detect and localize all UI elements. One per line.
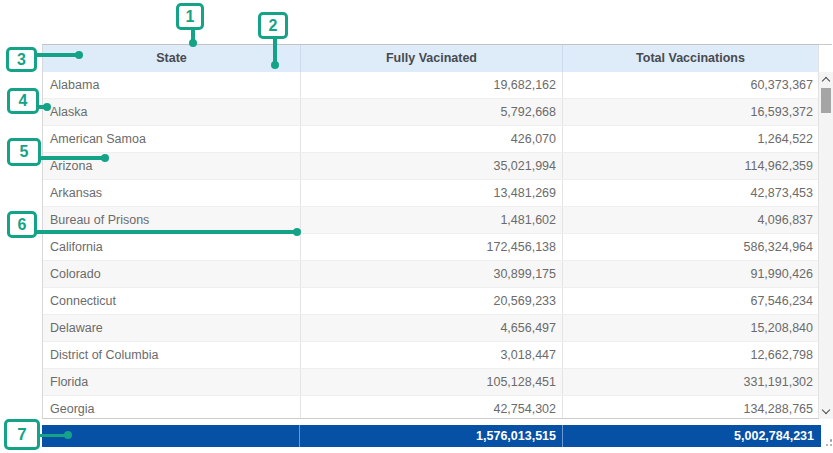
cell-total-vaccinations: 134,288,765: [563, 396, 818, 419]
table-row[interactable]: Florida105,128,451331,191,302: [43, 369, 818, 396]
callout-7-marker: 7: [4, 419, 40, 450]
cell-fully-vacinated: 30,899,175: [301, 261, 563, 287]
resize-grip-icon[interactable]: [830, 444, 833, 447]
callout-5-marker: 5: [7, 138, 41, 166]
callout-1-marker: 1: [176, 3, 204, 30]
callout-3-connector: [35, 53, 78, 57]
scroll-down-button[interactable]: [819, 404, 833, 419]
callout-6-number: 6: [18, 216, 27, 234]
cell-fully-vacinated: 1,481,602: [301, 207, 563, 233]
cell-total-vaccinations: 331,191,302: [563, 369, 818, 395]
vertical-scrollbar[interactable]: [819, 72, 833, 419]
cell-total-vaccinations: 114,962,359: [563, 153, 818, 179]
cell-state: Delaware: [43, 315, 301, 341]
cell-total-vaccinations: 67,546,234: [563, 288, 818, 314]
cell-fully-vacinated: 105,128,451: [301, 369, 563, 395]
cell-total-vaccinations: 586,324,964: [563, 234, 818, 260]
chevron-up-icon: [821, 76, 829, 84]
cell-total-vaccinations: 16,593,372: [563, 99, 818, 125]
callout-2-number: 2: [269, 17, 278, 35]
cell-state: Connecticut: [43, 288, 301, 314]
callout-2-marker: 2: [258, 12, 288, 39]
scroll-up-button[interactable]: [819, 72, 833, 87]
cell-total-vaccinations: 1,264,522: [563, 126, 818, 152]
table-row[interactable]: Colorado30,899,17591,990,426: [43, 261, 818, 288]
callout-6-marker: 6: [7, 211, 37, 238]
cell-fully-vacinated: 20,569,233: [301, 288, 563, 314]
callout-4-dot: [43, 103, 51, 111]
column-header-total-vaccinations[interactable]: Total Vaccinations: [563, 45, 818, 72]
callout-6-dot: [293, 228, 301, 236]
summary-cell-state: [42, 425, 300, 447]
cell-total-vaccinations: 60,373,367: [563, 72, 818, 98]
callout-3-marker: 3: [6, 47, 37, 72]
cell-state: District of Columbia: [43, 342, 301, 368]
cell-state: Alabama: [43, 72, 301, 98]
table-row[interactable]: Connecticut20,569,23367,546,234: [43, 288, 818, 315]
cell-total-vaccinations: 12,662,798: [563, 342, 818, 368]
callout-3-number: 3: [17, 51, 26, 69]
cell-fully-vacinated: 5,792,668: [301, 99, 563, 125]
cell-state: Arkansas: [43, 180, 301, 206]
summary-cell-total-vaccinations: 5,002,784,231: [563, 425, 819, 447]
table-widget-screenshot: State Fully Vacinated Total Vaccinations…: [0, 0, 833, 453]
callout-5-number: 5: [20, 143, 29, 161]
cell-fully-vacinated: 172,456,138: [301, 234, 563, 260]
table-row[interactable]: Arkansas13,481,26942,873,453: [43, 180, 818, 207]
summary-cell-fully-vacinated: 1,576,013,515: [300, 425, 563, 447]
table-body[interactable]: Alabama19,682,16260,373,367Alaska5,792,6…: [43, 72, 818, 419]
table-row[interactable]: Delaware4,656,49715,208,840: [43, 315, 818, 342]
callout-3-dot: [75, 51, 83, 59]
table-row[interactable]: Arizona35,021,994114,962,359: [43, 153, 818, 180]
table-header-row: State Fully Vacinated Total Vaccinations: [43, 45, 818, 72]
cell-state: Bureau of Prisons: [43, 207, 301, 233]
cell-fully-vacinated: 13,481,269: [301, 180, 563, 206]
cell-fully-vacinated: 4,656,497: [301, 315, 563, 341]
column-header-fully-vacinated[interactable]: Fully Vacinated: [301, 45, 563, 72]
scrollbar-thumb[interactable]: [821, 88, 832, 113]
table-row[interactable]: Alaska5,792,66816,593,372: [43, 99, 818, 126]
cell-state: American Samoa: [43, 126, 301, 152]
resize-grip-icon[interactable]: [826, 444, 829, 447]
cell-total-vaccinations: 91,990,426: [563, 261, 818, 287]
column-header-state[interactable]: State: [43, 45, 301, 72]
cell-total-vaccinations: 42,873,453: [563, 180, 818, 206]
callout-7-number: 7: [17, 425, 26, 445]
callout-5-connector: [39, 156, 105, 160]
chevron-down-icon: [821, 406, 829, 414]
callout-4-number: 4: [19, 92, 28, 110]
table-row[interactable]: Alabama19,682,16260,373,367: [43, 72, 818, 99]
callout-1-dot: [189, 39, 197, 47]
cell-total-vaccinations: 15,208,840: [563, 315, 818, 341]
cell-state: Florida: [43, 369, 301, 395]
table-row[interactable]: District of Columbia3,018,44712,662,798: [43, 342, 818, 369]
callout-1-number: 1: [186, 8, 195, 26]
cell-state: California: [43, 234, 301, 260]
cell-fully-vacinated: 35,021,994: [301, 153, 563, 179]
cell-state: Colorado: [43, 261, 301, 287]
callout-5-dot: [101, 154, 109, 162]
widget-top-border: [818, 44, 832, 45]
cell-state: Alaska: [43, 99, 301, 125]
table-row[interactable]: Georgia42,754,302134,288,765: [43, 396, 818, 419]
callout-4-marker: 4: [7, 88, 39, 114]
table-row[interactable]: California172,456,138586,324,964: [43, 234, 818, 261]
callout-6-connector: [35, 230, 297, 234]
resize-grip-icon[interactable]: [830, 439, 833, 442]
summary-row: 1,576,013,515 5,002,784,231: [42, 425, 821, 447]
cell-total-vaccinations: 4,096,837: [563, 207, 818, 233]
cell-fully-vacinated: 3,018,447: [301, 342, 563, 368]
callout-2-dot: [271, 61, 279, 69]
cell-fully-vacinated: 19,682,162: [301, 72, 563, 98]
cell-state: Georgia: [43, 396, 301, 419]
cell-fully-vacinated: 426,070: [301, 126, 563, 152]
table-row[interactable]: American Samoa426,0701,264,522: [43, 126, 818, 153]
cell-fully-vacinated: 42,754,302: [301, 396, 563, 419]
